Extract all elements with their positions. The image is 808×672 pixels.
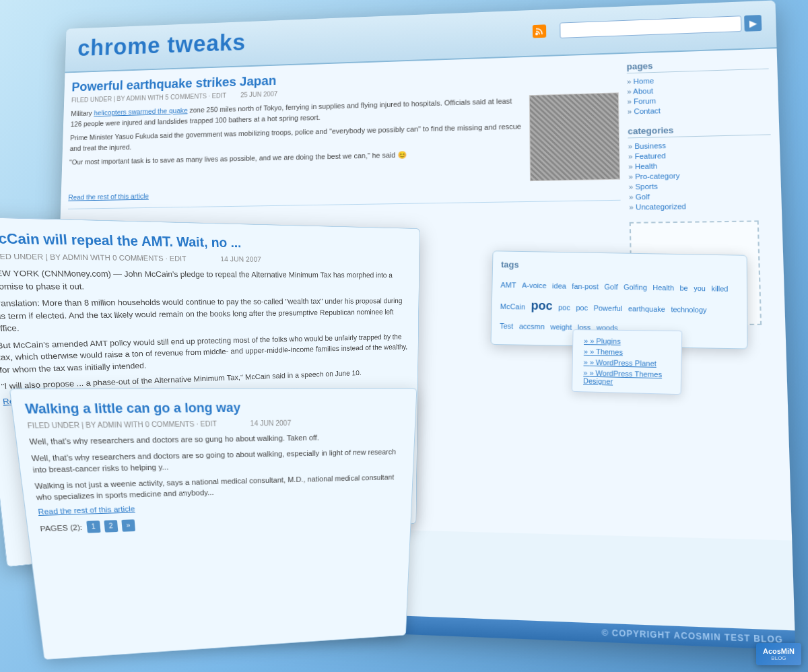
tag-accsmn[interactable]: accsmn	[519, 323, 545, 331]
sidebar-categories-section: categories Business Featured Health Pro-…	[628, 123, 773, 211]
link-wordpress-themes-designer[interactable]: » WordPress Themes Designer	[583, 369, 670, 387]
article-text-earthquake: Military helicopters swarmed the quake z…	[69, 96, 523, 190]
article-content-earthquake: Military helicopters swarmed the quake z…	[69, 92, 620, 190]
sidebar-link-pro-category[interactable]: Pro-category	[628, 170, 772, 180]
tag-amt[interactable]: AMT	[500, 281, 516, 289]
tag-poc-2[interactable]: poc	[558, 303, 570, 311]
badge-logo: AcosMiN	[763, 647, 795, 655]
sidebar-link-uncategorized[interactable]: Uncategorized	[629, 201, 773, 211]
sidebar-link-featured[interactable]: Featured	[628, 149, 772, 161]
sidebar-link-sports[interactable]: Sports	[629, 180, 772, 191]
tag-mccain[interactable]: McCain	[500, 302, 526, 311]
nav-tab-about[interactable]: About	[119, 7, 168, 26]
walking-page: Walking a little can go a long way FILED…	[9, 388, 417, 660]
tag-idea[interactable]: idea	[552, 281, 566, 290]
tag-health[interactable]: Health	[652, 283, 674, 292]
tag-fan-post[interactable]: fan-post	[572, 282, 599, 291]
mccain-article-title[interactable]: McCain will repeal the AMT. Wait, no ...	[0, 230, 409, 253]
mccain-text: NEW YORK (CNNMoney.com) — John McCain's …	[0, 267, 409, 392]
article-earthquake: Powerful earthquake strikes Japan FILED …	[68, 62, 621, 209]
tags-page-title: tags	[501, 259, 739, 273]
tag-powerful[interactable]: Powerful	[593, 304, 622, 312]
tag-test[interactable]: Test	[500, 322, 513, 330]
scene: Home About Forum Contact chrome tweaks ▶	[0, 0, 808, 672]
article-date: 25 JUN 2007	[240, 90, 277, 98]
walking-article-title[interactable]: Walking a little can go a long way	[24, 400, 405, 417]
tag-weight[interactable]: weight	[550, 323, 572, 331]
search-button[interactable]: ▶	[744, 15, 762, 32]
tag-be[interactable]: be	[680, 284, 688, 292]
pagination-label: PAGES (2):	[40, 523, 83, 533]
page-next[interactable]: »	[121, 519, 135, 531]
link-themes[interactable]: » Themes	[584, 347, 670, 357]
copyright-text: © COPYRIGHT ACOSMIN TEST BLOG	[601, 628, 783, 645]
tag-a-voice[interactable]: A-voice	[522, 281, 547, 290]
article-image-earthquake	[529, 92, 620, 181]
rss-icon[interactable]	[533, 24, 546, 38]
sidebar-link-health[interactable]: Health	[628, 160, 772, 170]
tag-killed[interactable]: killed	[711, 284, 728, 292]
nav-tab-forum[interactable]: Forum	[170, 5, 223, 24]
sidebar-link-golf[interactable]: Golf	[629, 191, 773, 201]
badge-sub: BLOG	[763, 655, 795, 661]
svg-point-0	[535, 32, 538, 35]
link-wordpress-planet[interactable]: » WordPress Planet	[584, 358, 670, 368]
tag-poc-large[interactable]: poc	[531, 299, 552, 313]
walking-meta: FILED UNDER | BY ADMIN WITH 0 COMMENTS ·…	[27, 418, 405, 430]
sidebar-pages-section: pages Home About Forum Contact	[626, 57, 770, 116]
tag-earthquake[interactable]: earthquake	[628, 304, 665, 313]
article-author: FILED UNDER | BY ADMIN WITH 5 COMMENTS ·…	[71, 92, 226, 104]
tag-golf[interactable]: Golf	[604, 283, 617, 291]
sidebar-pages-title: pages	[626, 57, 768, 74]
sidebar-categories-title: categories	[628, 123, 770, 138]
nav-tab-contact[interactable]: Contact	[226, 3, 283, 22]
acosmin-badge: AcosMiN BLOG	[756, 643, 801, 665]
search-bar: ▶	[560, 15, 762, 38]
page-1[interactable]: 1	[86, 520, 100, 533]
tag-technology[interactable]: technology	[671, 305, 706, 314]
plugins-links-box: » Plugins » Themes » WordPress Planet » …	[572, 329, 682, 395]
walking-text: Well, that's why researchers and doctors…	[29, 431, 405, 503]
tag-golfing[interactable]: Golfing	[624, 283, 647, 292]
sidebar-link-business[interactable]: Business	[628, 139, 772, 150]
tag-you[interactable]: you	[694, 284, 706, 292]
link-plugins[interactable]: » Plugins	[584, 337, 670, 346]
mccain-meta: FILED UNDER | BY ADMIN WITH 0 COMMENTS ·…	[0, 252, 409, 265]
sidebar-link-contact[interactable]: Contact	[628, 104, 770, 116]
tag-poc-3[interactable]: poc	[576, 304, 588, 312]
page-2[interactable]: 2	[104, 520, 118, 532]
search-input[interactable]	[560, 15, 741, 38]
nav-tab-home[interactable]: Home	[67, 9, 116, 28]
site-title: chrome tweaks	[77, 18, 519, 61]
